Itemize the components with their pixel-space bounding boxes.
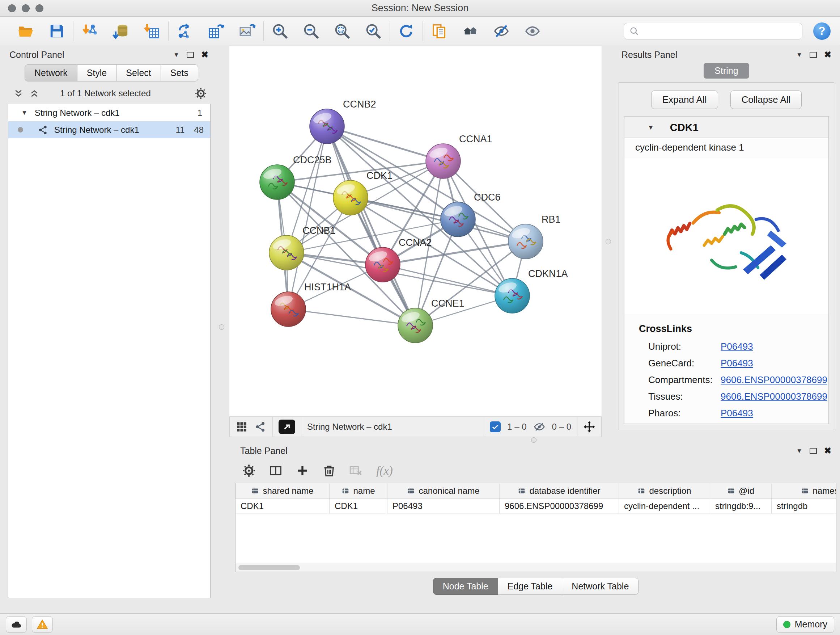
table-cell-shared-name[interactable]: CDK1 [235,499,330,513]
network-node-CCNB2[interactable] [309,109,344,144]
horizontal-scrollbar[interactable] [235,563,836,572]
create-column-button[interactable] [294,463,310,478]
collapse-all-icon[interactable] [14,89,23,98]
edge-HIST1H1A-CCNE1[interactable] [288,309,415,325]
horizontal-splitter-handle[interactable] [531,437,537,443]
float-panel-icon[interactable] [810,448,817,454]
hide-graphics-details-button[interactable] [493,22,510,40]
column-header-database-identifier[interactable]: database identifier [500,483,619,498]
network-node-CDC25B[interactable] [260,165,294,200]
export-table-button[interactable] [207,22,225,40]
network-canvas[interactable]: CCNB2CCNA1CDC25BCDK1CDC6RB1CCNB1CCNA2CDK… [229,46,602,416]
cloud-status-button[interactable] [6,616,27,633]
zoom-out-button[interactable] [302,22,320,40]
scrollbar-thumb[interactable] [238,565,300,570]
panel-menu-icon[interactable]: ▼ [796,52,802,58]
column-header-shared-name[interactable]: shared name [235,483,330,498]
home-button[interactable] [461,22,479,40]
network-row[interactable]: String Network – cdk1 11 48 [8,121,210,138]
zoom-window-button[interactable] [35,4,43,12]
network-node-CCNA1[interactable] [426,144,461,179]
crosslink-link-pharos-[interactable]: P06493 [721,408,753,419]
table-row[interactable]: CDK1CDK1P064939606.ENSP00000378699cyclin… [235,499,836,514]
expand-triangle-icon[interactable]: ▼ [21,109,27,117]
network-node-CCNB1[interactable] [269,235,304,270]
import-network-from-file-button[interactable] [81,22,99,40]
export-network-button[interactable] [176,22,194,40]
network-graph[interactable]: CCNB2CCNA1CDC25BCDK1CDC6RB1CCNB1CCNA2CDK… [229,46,602,416]
collapse-all-button[interactable]: Collapse All [730,90,802,109]
tab-string[interactable]: String [704,63,749,79]
column-header-description[interactable]: description [619,483,710,498]
table-cell-description[interactable]: cyclin-dependent ... [619,499,710,513]
control-tab-select[interactable]: Select [116,65,161,81]
control-tab-sets[interactable]: Sets [161,65,198,81]
import-table-from-file-button[interactable] [143,22,161,40]
network-node-RB1[interactable] [508,224,543,259]
vertical-splitter-handle-left[interactable] [219,325,224,330]
import-network-from-database-button[interactable] [112,22,130,40]
expand-all-icon[interactable] [30,89,39,98]
close-panel-icon[interactable]: ✖ [824,447,831,455]
grid-view-icon[interactable] [235,421,248,433]
selected-checkbox-icon[interactable] [490,421,501,432]
column-header-canonical-name[interactable]: canonical name [387,483,500,498]
table-settings-button[interactable] [241,463,257,478]
function-builder-button[interactable]: f(x) [375,464,393,478]
delete-table-button[interactable] [348,463,364,478]
zoom-in-button[interactable] [271,22,289,40]
crosslink-link-compartments-[interactable]: 9606.ENSP00000378699 [721,374,827,386]
vertical-splitter-handle-right[interactable] [606,239,611,244]
column-header-namespace[interactable]: namespace [772,483,836,498]
float-panel-icon[interactable] [810,52,817,58]
network-overview-icon[interactable] [254,421,267,433]
network-options-gear-icon[interactable] [195,87,207,100]
table-cell-namespace[interactable]: stringdb [772,499,836,513]
crosslink-link-tissues-[interactable]: 9606.ENSP00000378699 [721,391,827,402]
network-collection-row[interactable]: ▼ String Network – cdk1 1 [8,104,210,121]
memory-button[interactable]: Memory [776,616,834,633]
zoom-fit-content-button[interactable] [333,22,351,40]
column-header--id[interactable]: @id [710,483,772,498]
help-button[interactable]: ? [813,22,831,40]
edge-CCNB2-CCNA1[interactable] [327,126,443,161]
float-panel-icon[interactable] [187,52,194,58]
delete-columns-button[interactable] [321,463,337,478]
close-panel-icon[interactable]: ✖ [824,50,831,59]
edge-CCNB2-CCNE1[interactable] [327,126,415,325]
panel-menu-icon[interactable]: ▼ [796,448,802,454]
network-node-CCNA2[interactable] [365,247,400,282]
save-session-button[interactable] [48,22,66,40]
table-cell-name[interactable]: CDK1 [330,499,387,513]
clone-network-button[interactable] [430,22,448,40]
refresh-view-button[interactable] [397,22,415,40]
crosslink-link-uniprot-[interactable]: P06493 [721,341,753,352]
search-input[interactable] [643,26,797,36]
table-cell-canonical-name[interactable]: P06493 [387,499,500,513]
table-tab-node-table[interactable]: Node Table [433,578,498,595]
hidden-eye-icon[interactable] [533,421,546,433]
network-node-CDKN1A[interactable] [495,279,530,313]
close-window-button[interactable] [8,4,16,12]
table-cell--id[interactable]: stringdb:9... [710,499,772,513]
fit-selected-crosshair-icon[interactable] [583,421,595,433]
open-session-button[interactable] [17,22,35,40]
export-image-button[interactable] [238,22,256,40]
control-tab-style[interactable]: Style [77,65,117,81]
search-box[interactable] [624,23,802,40]
network-node-CCNE1[interactable] [398,308,433,343]
control-tab-network[interactable]: Network [25,65,77,81]
zoom-selected-button[interactable] [364,22,382,40]
minimize-window-button[interactable] [22,4,30,12]
table-cell-database-identifier[interactable]: 9606.ENSP00000378699 [500,499,619,513]
collapse-entry-icon[interactable]: ▼ [647,124,654,131]
table-tab-network-table[interactable]: Network Table [562,578,638,595]
column-header-name[interactable]: name [330,483,387,498]
crosslink-link-genecard-[interactable]: P06493 [721,358,753,369]
detach-view-button[interactable] [279,420,295,434]
expand-all-button[interactable]: Expand All [651,90,718,109]
network-node-HIST1H1A[interactable] [271,292,306,326]
show-graphics-details-button[interactable] [523,22,542,40]
network-node-CDC6[interactable] [441,202,475,237]
close-panel-icon[interactable]: ✖ [201,50,208,59]
